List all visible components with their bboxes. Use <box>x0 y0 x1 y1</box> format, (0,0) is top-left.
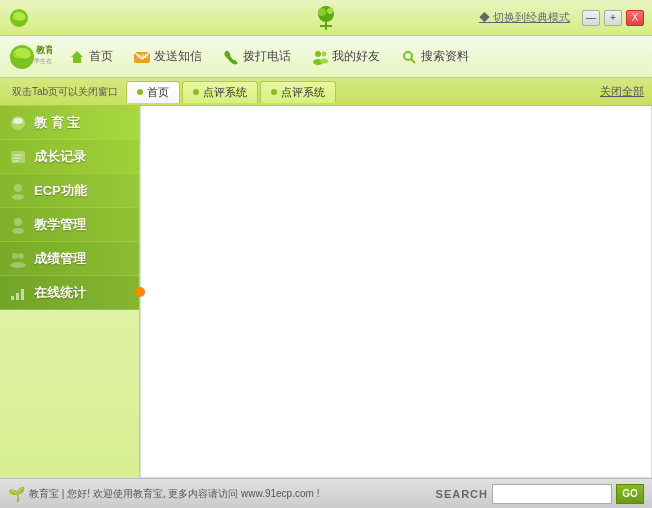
search-label: SEARCH <box>436 488 488 500</box>
title-bar-left <box>8 7 30 29</box>
svg-point-30 <box>12 194 24 200</box>
search-area: SEARCH GO <box>436 484 644 504</box>
content-panel <box>140 106 652 478</box>
sidebar-item-grade-mgmt[interactable]: 成绩管理 <box>0 242 139 276</box>
search-nav-icon <box>400 48 418 66</box>
nav-logo: 教育宝 学生在学校做主手 <box>8 39 56 75</box>
status-bar: 🌱 教育宝 | 您好! 欢迎使用教育宝, 更多内容请访问 www.91ecp.c… <box>0 478 652 508</box>
friends-icon <box>311 48 329 66</box>
teaching-mgmt-icon <box>8 215 28 235</box>
sidebar-item-ecp-label: ECP功能 <box>34 182 87 200</box>
nav-bar: 教育宝 学生在学校做主手 首页 AMO 发送知信 拨打电话 <box>0 36 652 78</box>
online-stats-icon <box>8 283 28 303</box>
sidebar-item-online-stats-label: 在线统计 <box>34 284 86 302</box>
tab-review2[interactable]: 点评系统 <box>260 81 336 103</box>
jiaoyu-bao-icon <box>8 113 28 133</box>
tab-dot-home <box>137 89 143 95</box>
svg-point-34 <box>18 253 24 259</box>
maximize-button[interactable]: + <box>604 10 622 26</box>
tab-bar: 双击Tab页可以关闭窗口 首页 点评系统 点评系统 关闭全部 <box>0 78 652 106</box>
svg-line-21 <box>411 59 415 63</box>
tab-review1[interactable]: 点评系统 <box>182 81 258 103</box>
sidebar-item-grade-mgmt-label: 成绩管理 <box>34 250 86 268</box>
svg-text:学生在学校做主手: 学生在学校做主手 <box>34 57 52 64</box>
tab-review1-label: 点评系统 <box>203 85 247 100</box>
svg-rect-36 <box>11 296 14 300</box>
classic-mode-link[interactable]: ◆ 切换到经典模式 <box>479 10 570 25</box>
svg-point-35 <box>10 262 26 268</box>
svg-point-32 <box>12 228 24 234</box>
status-text-area: 🌱 教育宝 | 您好! 欢迎使用教育宝, 更多内容请访问 www.91ecp.c… <box>8 486 319 502</box>
nav-logo-icon: 教育宝 学生在学校做主手 <box>8 39 52 75</box>
status-logo-icon: 🌱 <box>8 486 25 502</box>
center-logo-icon <box>308 4 344 32</box>
phone-icon <box>222 48 240 66</box>
svg-rect-37 <box>16 293 19 300</box>
nav-make-call-label: 拨打电话 <box>243 48 291 65</box>
nav-home-label: 首页 <box>89 48 113 65</box>
sidebar-item-jiaoyu-bao[interactable]: 教 育 宝 <box>0 106 139 140</box>
ecp-icon <box>8 181 28 201</box>
svg-rect-38 <box>21 289 24 300</box>
tab-dot-review2 <box>271 89 277 95</box>
status-message: 教育宝 | 您好! 欢迎使用教育宝, 更多内容请访问 www.91ecp.com… <box>29 487 319 501</box>
svg-point-5 <box>327 8 333 14</box>
sidebar-item-teaching-mgmt-label: 教学管理 <box>34 216 86 234</box>
svg-point-31 <box>14 218 22 226</box>
nav-make-call[interactable]: 拨打电话 <box>214 44 299 70</box>
home-icon <box>68 48 86 66</box>
growth-record-icon <box>8 147 28 167</box>
svg-point-20 <box>404 52 412 60</box>
title-center <box>308 4 344 32</box>
title-bar-controls: ◆ 切换到经典模式 — + X <box>479 10 644 26</box>
grade-mgmt-icon <box>8 249 28 269</box>
app-logo-icon <box>8 7 30 29</box>
svg-point-29 <box>14 184 22 192</box>
content-inner <box>141 106 651 477</box>
title-bar: ◆ 切换到经典模式 — + X <box>0 0 652 36</box>
sidebar-item-growth-record[interactable]: 成长记录 <box>0 140 139 174</box>
svg-point-4 <box>318 8 326 16</box>
sidebar-item-ecp[interactable]: ECP功能 <box>0 174 139 208</box>
nav-my-friends[interactable]: 我的好友 <box>303 44 388 70</box>
nav-home[interactable]: 首页 <box>60 44 121 70</box>
sidebar-item-jiaoyu-bao-label: 教 育 宝 <box>34 114 80 132</box>
tab-hint: 双击Tab页可以关闭窗口 <box>4 85 126 99</box>
main-content: 教 育 宝 成长记录 ECP功能 <box>0 106 652 478</box>
tab-dot-review1 <box>193 89 199 95</box>
svg-point-16 <box>315 51 321 57</box>
sidebar-item-teaching-mgmt[interactable]: 教学管理 <box>0 208 139 242</box>
svg-point-19 <box>320 58 328 63</box>
nav-search-info[interactable]: 搜索资料 <box>392 44 477 70</box>
sidebar-item-growth-record-label: 成长记录 <box>34 148 86 166</box>
minimize-button[interactable]: — <box>582 10 600 26</box>
sidebar: 教 育 宝 成长记录 ECP功能 <box>0 106 140 478</box>
nav-send-notice-label: 发送知信 <box>154 48 202 65</box>
nav-search-info-label: 搜索资料 <box>421 48 469 65</box>
svg-point-33 <box>12 253 18 259</box>
orange-indicator <box>135 287 145 297</box>
nav-my-friends-label: 我的好友 <box>332 48 380 65</box>
svg-text:AMO: AMO <box>137 53 149 59</box>
close-all-button[interactable]: 关闭全部 <box>600 84 644 99</box>
svg-text:教育宝: 教育宝 <box>35 44 52 55</box>
search-input[interactable] <box>492 484 612 504</box>
svg-marker-13 <box>71 51 83 63</box>
tab-home[interactable]: 首页 <box>126 81 180 103</box>
tab-review2-label: 点评系统 <box>281 85 325 100</box>
notice-icon: AMO <box>133 48 151 66</box>
search-go-button[interactable]: GO <box>616 484 644 504</box>
tab-home-label: 首页 <box>147 85 169 100</box>
sidebar-item-online-stats[interactable]: 在线统计 <box>0 276 139 310</box>
close-button[interactable]: X <box>626 10 644 26</box>
nav-send-notice[interactable]: AMO 发送知信 <box>125 44 210 70</box>
svg-point-18 <box>322 51 327 56</box>
